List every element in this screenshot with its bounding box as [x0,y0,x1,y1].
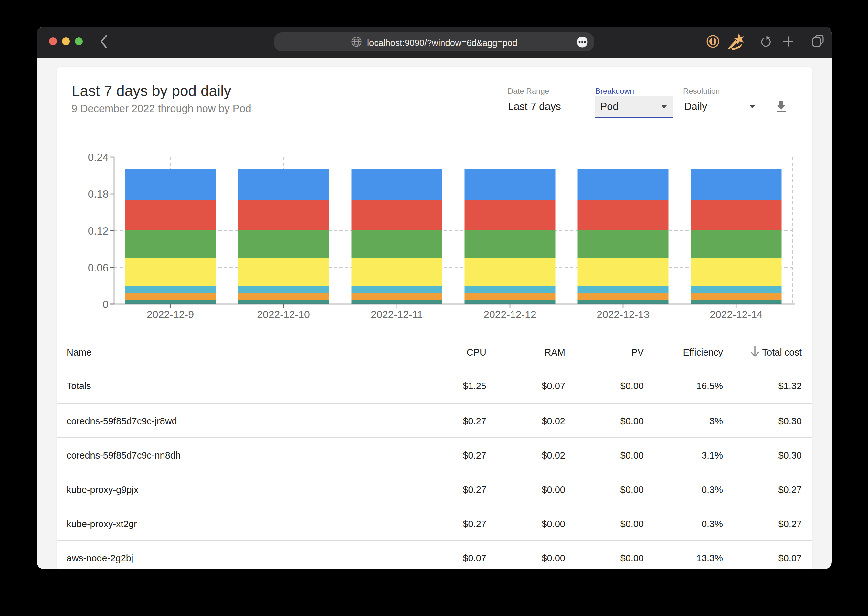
svg-text:localhost:9090/?window=6d&agg=: localhost:9090/?window=6d&agg=pod [367,38,517,48]
svg-text:kube-proxy-xt2gr: kube-proxy-xt2gr [67,519,137,529]
svg-text:Date Range: Date Range [508,86,549,95]
svg-text:$0.00: $0.00 [620,519,644,529]
svg-text:2022-12-13: 2022-12-13 [596,309,650,320]
svg-text:Daily: Daily [684,101,707,112]
svg-text:$0.27: $0.27 [463,450,487,460]
svg-text:2022-12-11: 2022-12-11 [370,309,423,320]
svg-text:2022-12-10: 2022-12-10 [257,309,310,320]
svg-text:$0.27: $0.27 [463,416,487,426]
svg-text:Name: Name [67,347,91,357]
svg-text:Last 7 days: Last 7 days [508,101,561,112]
svg-text:9 December 2022 through now by: 9 December 2022 through now by Pod [71,103,251,115]
svg-text:2022-12-12: 2022-12-12 [483,309,537,320]
svg-text:Efficiency: Efficiency [683,347,723,357]
svg-text:RAM: RAM [545,347,565,357]
svg-text:CPU: CPU [467,347,487,357]
svg-text:3%: 3% [709,416,723,426]
svg-text:$0.00: $0.00 [542,553,565,563]
svg-text:Resolution: Resolution [683,86,720,95]
svg-text:Pod: Pod [600,101,618,112]
svg-text:$0.27: $0.27 [463,484,487,495]
svg-text:$0.07: $0.07 [542,381,565,391]
svg-text:$0.00: $0.00 [620,553,644,563]
svg-text:13.3%: 13.3% [696,553,723,563]
svg-text:$0.07: $0.07 [778,553,802,563]
svg-text:$0.02: $0.02 [542,416,565,426]
svg-text:$0.30: $0.30 [778,416,802,426]
svg-text:0.12: 0.12 [88,225,108,237]
svg-text:Total cost: Total cost [762,347,802,357]
svg-text:0.3%: 0.3% [702,484,723,495]
svg-text:Last 7 days by pod daily: Last 7 days by pod daily [72,82,231,99]
svg-text:$1.25: $1.25 [463,381,487,391]
svg-text:coredns-59f85d7c9c-jr8wd: coredns-59f85d7c9c-jr8wd [67,416,177,426]
svg-text:$0.00: $0.00 [620,381,644,391]
svg-text:16.5%: 16.5% [696,381,723,391]
svg-text:$1.32: $1.32 [778,381,802,391]
svg-text:$0.27: $0.27 [463,519,487,529]
svg-text:$0.07: $0.07 [463,553,487,563]
svg-text:2022-12-9: 2022-12-9 [147,309,194,320]
svg-text:0.24: 0.24 [88,151,108,163]
svg-text:0.18: 0.18 [88,188,108,200]
svg-text:Totals: Totals [67,381,91,391]
svg-text:$0.00: $0.00 [620,416,644,426]
svg-text:$0.30: $0.30 [778,450,802,460]
svg-text:$0.02: $0.02 [542,450,565,460]
svg-text:$0.00: $0.00 [542,519,565,529]
svg-text:$0.00: $0.00 [620,450,644,460]
svg-text:$0.00: $0.00 [542,484,565,495]
svg-text:0: 0 [103,298,108,310]
svg-text:PV: PV [631,347,644,357]
svg-text:coredns-59f85d7c9c-nn8dh: coredns-59f85d7c9c-nn8dh [67,450,181,460]
svg-text:$0.00: $0.00 [620,484,644,495]
svg-text:3.1%: 3.1% [702,450,723,460]
svg-text:aws-node-2g2bj: aws-node-2g2bj [67,553,133,563]
svg-text:0.3%: 0.3% [702,519,723,529]
svg-text:2022-12-14: 2022-12-14 [709,309,763,320]
svg-text:0.06: 0.06 [88,262,108,274]
svg-text:kube-proxy-g9pjx: kube-proxy-g9pjx [67,484,139,495]
svg-text:Breakdown: Breakdown [595,86,634,95]
svg-text:$0.27: $0.27 [778,484,802,495]
svg-text:$0.27: $0.27 [778,519,802,529]
